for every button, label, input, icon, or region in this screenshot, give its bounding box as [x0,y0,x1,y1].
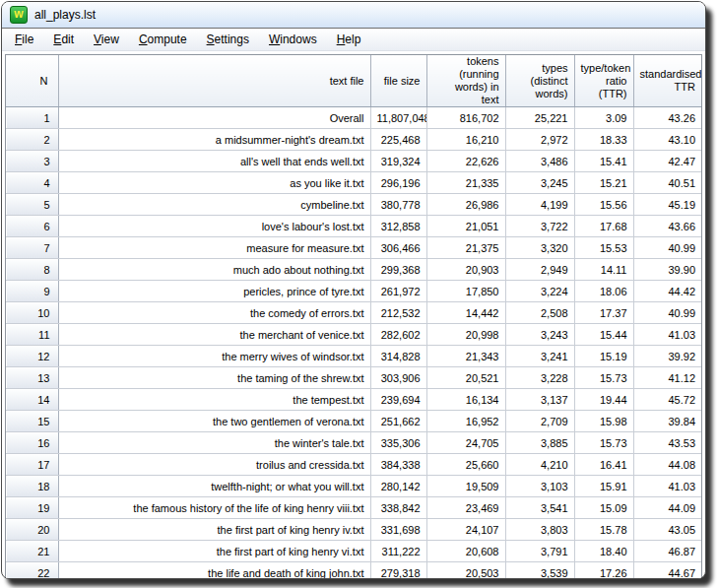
cell-size[interactable]: 314,828 [370,346,426,367]
cell-types[interactable]: 3,803 [505,519,574,541]
cell-size[interactable]: 303,906 [370,367,426,389]
cell-sttr[interactable]: 44.67 [633,562,701,580]
cell-tokens[interactable]: 21,343 [426,346,505,367]
row-number-cell[interactable]: 6 [6,216,58,237]
cell-ttr[interactable]: 3.09 [574,107,633,129]
row-number-cell[interactable]: 5 [6,194,58,216]
cell-types[interactable]: 3,224 [505,281,574,302]
table-row[interactable]: 1Overall11,807,048816,70225,2213.0943.26 [6,107,701,129]
cell-types[interactable]: 3,137 [505,389,574,411]
cell-size[interactable]: 384,338 [370,454,426,476]
cell-size[interactable]: 280,142 [370,476,426,497]
row-number-cell[interactable]: 9 [6,281,58,302]
cell-ttr[interactable]: 18.40 [574,541,633,562]
cell-size[interactable]: 311,222 [370,541,426,562]
cell-size[interactable]: 299,368 [370,259,426,281]
cell-ttr[interactable]: 17.37 [574,302,633,324]
cell-types[interactable]: 25,221 [505,107,574,129]
cell-ttr[interactable]: 14.11 [574,259,633,281]
cell-types[interactable]: 3,241 [505,346,574,367]
row-number-cell[interactable]: 21 [6,541,58,562]
cell-sttr[interactable]: 43.05 [633,519,701,541]
cell-sttr[interactable]: 44.09 [633,497,701,519]
column-header-tokens[interactable]: tokens (running words) in text [426,55,505,107]
menu-item-settings[interactable]: Settings [197,31,259,48]
column-header-sttr[interactable]: standardised TTR [633,55,701,107]
cell-tokens[interactable]: 26,986 [426,194,505,216]
cell-file[interactable]: a midsummer-night's dream.txt [58,129,370,151]
cell-size[interactable]: 279,318 [370,562,426,580]
table-row[interactable]: 15the two gentlemen of verona.txt251,662… [6,411,701,432]
cell-file[interactable]: twelfth-night; or what you will.txt [58,476,370,497]
cell-ttr[interactable]: 15.73 [574,367,633,389]
cell-tokens[interactable]: 21,375 [426,237,505,259]
cell-tokens[interactable]: 21,335 [426,172,505,194]
cell-file[interactable]: the merry wives of windsor.txt [58,346,370,367]
table-row[interactable]: 16the winter's tale.txt335,30624,7053,88… [6,432,701,454]
cell-ttr[interactable]: 18.06 [574,281,633,302]
cell-types[interactable]: 2,709 [505,411,574,432]
cell-file[interactable]: the two gentlemen of verona.txt [58,411,370,432]
cell-ttr[interactable]: 15.19 [574,346,633,367]
cell-sttr[interactable]: 40.51 [633,172,701,194]
cell-file[interactable]: the first part of king henry vi.txt [58,541,370,562]
cell-sttr[interactable]: 43.53 [633,432,701,454]
menu-item-edit[interactable]: Edit [43,31,84,48]
table-row[interactable]: 20the first part of king henry iv.txt331… [6,519,701,541]
cell-size[interactable]: 251,662 [370,411,426,432]
row-number-cell[interactable]: 4 [6,172,58,194]
table-row[interactable]: 6love's labour's lost.txt312,85821,0513,… [6,216,701,237]
menu-item-compute[interactable]: Compute [129,31,197,48]
row-number-cell[interactable]: 22 [6,562,58,580]
cell-size[interactable]: 261,972 [370,281,426,302]
cell-ttr[interactable]: 16.41 [574,454,633,476]
cell-ttr[interactable]: 15.53 [574,237,633,259]
cell-file[interactable]: the life and death of king john.txt [58,562,370,580]
cell-tokens[interactable]: 20,503 [426,562,505,580]
cell-file[interactable]: love's labour's lost.txt [58,216,370,237]
column-header-ttr[interactable]: type/token ratio (TTR) [574,55,633,107]
cell-file[interactable]: the famous history of the life of king h… [58,497,370,519]
cell-size[interactable]: 306,466 [370,237,426,259]
cell-tokens[interactable]: 20,521 [426,367,505,389]
cell-tokens[interactable]: 24,107 [426,519,505,541]
cell-types[interactable]: 3,486 [505,151,574,172]
cell-file[interactable]: measure for measure.txt [58,237,370,259]
row-number-cell[interactable]: 14 [6,389,58,411]
cell-types[interactable]: 3,722 [505,216,574,237]
cell-tokens[interactable]: 20,608 [426,541,505,562]
row-number-cell[interactable]: 8 [6,259,58,281]
cell-types[interactable]: 3,228 [505,367,574,389]
cell-types[interactable]: 3,245 [505,172,574,194]
cell-size[interactable]: 296,196 [370,172,426,194]
menu-item-file[interactable]: File [5,31,43,48]
cell-sttr[interactable]: 40.99 [633,302,701,324]
cell-file[interactable]: much ado about nothing.txt [58,259,370,281]
cell-ttr[interactable]: 15.44 [574,324,633,346]
cell-size[interactable]: 331,698 [370,519,426,541]
column-header-n[interactable]: N [6,55,58,107]
cell-types[interactable]: 3,103 [505,476,574,497]
table-row[interactable]: 11the merchant of venice.txt282,60220,99… [6,324,701,346]
cell-file[interactable]: as you like it.txt [58,172,370,194]
cell-sttr[interactable]: 42.47 [633,151,701,172]
cell-types[interactable]: 3,320 [505,237,574,259]
cell-sttr[interactable]: 39.90 [633,259,701,281]
cell-ttr[interactable]: 15.21 [574,172,633,194]
table-row[interactable]: 5cymbeline.txt380,77826,9864,19915.5645.… [6,194,701,216]
cell-file[interactable]: the tempest.txt [58,389,370,411]
cell-sttr[interactable]: 41.03 [633,476,701,497]
cell-types[interactable]: 2,972 [505,129,574,151]
row-number-cell[interactable]: 1 [6,107,58,129]
cell-size[interactable]: 225,468 [370,129,426,151]
cell-file[interactable]: troilus and cressida.txt [58,454,370,476]
cell-sttr[interactable]: 45.72 [633,389,701,411]
table-row[interactable]: 12the merry wives of windsor.txt314,8282… [6,346,701,367]
table-row[interactable]: 21the first part of king henry vi.txt311… [6,541,701,562]
cell-size[interactable]: 282,602 [370,324,426,346]
cell-file[interactable]: pericles, prince of tyre.txt [58,281,370,302]
cell-tokens[interactable]: 23,469 [426,497,505,519]
cell-tokens[interactable]: 19,509 [426,476,505,497]
row-number-cell[interactable]: 18 [6,476,58,497]
cell-tokens[interactable]: 24,705 [426,432,505,454]
